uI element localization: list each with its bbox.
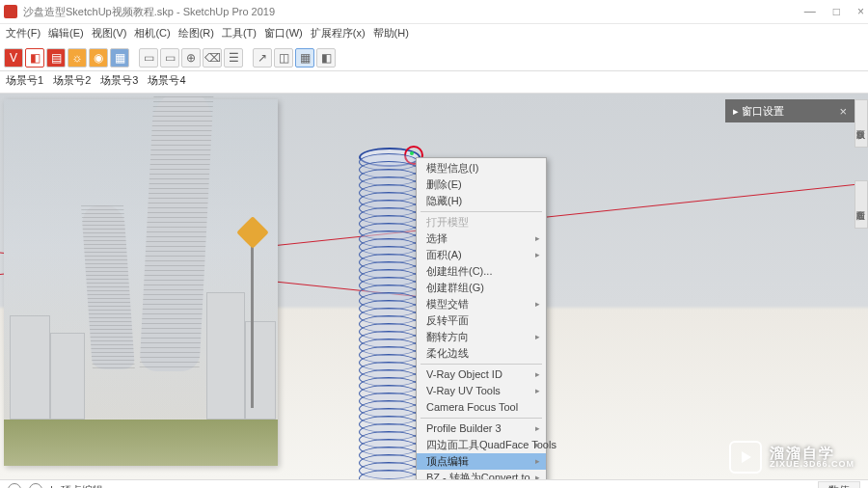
context-menu-item[interactable]: 翻转方向 bbox=[417, 329, 546, 345]
scene-tabs: 场景号1 场景号2 场景号3 场景号4 bbox=[0, 71, 868, 94]
menu-extensions[interactable]: 扩展程序(x) bbox=[311, 26, 366, 43]
scene-tab-4[interactable]: 场景号4 bbox=[148, 73, 185, 91]
tray-tab-2[interactable]: 随后面板 bbox=[854, 180, 868, 229]
context-menu-item[interactable]: 柔化边线 bbox=[417, 345, 546, 362]
status-help-icon[interactable] bbox=[8, 483, 21, 488]
context-menu-item[interactable]: 模型信息(I) bbox=[417, 160, 546, 176]
menu-window[interactable]: 窗口(W) bbox=[264, 26, 303, 43]
menu-file[interactable]: 文件(F) bbox=[6, 26, 41, 43]
context-menu-item[interactable]: V-Ray Object ID bbox=[417, 366, 546, 383]
watermark: 溜溜自学 ZIXUE.3D66.COM bbox=[729, 441, 854, 474]
context-menu-item[interactable]: 创建组件(C)... bbox=[417, 263, 546, 280]
tool-vray-asset-icon[interactable]: ◧ bbox=[25, 48, 44, 68]
chevron-icon: ▸ bbox=[733, 105, 742, 118]
traffic-sign-icon bbox=[236, 216, 269, 249]
tool-purge-icon[interactable]: ⌫ bbox=[203, 48, 222, 68]
context-menu-item[interactable]: BZ - 转换为Convert to bbox=[417, 470, 546, 479]
context-menu-item[interactable]: 四边面工具QuadFace Tools bbox=[417, 437, 546, 453]
viewport[interactable]: ↖ 模型信息(I)删除(E)隐藏(H)打开模型选择面积(A)创建组件(C)...… bbox=[0, 94, 868, 479]
tool-vray-viewport-icon[interactable]: ▦ bbox=[110, 48, 129, 68]
tool-hidden-icon[interactable]: ▦ bbox=[295, 48, 314, 68]
menu-tools[interactable]: 工具(T) bbox=[222, 26, 257, 43]
status-message: 顶点编辑 bbox=[61, 483, 103, 489]
watermark-url: ZIXUE.3D66.COM bbox=[770, 460, 854, 469]
scene-tab-1[interactable]: 场景号1 bbox=[6, 73, 43, 91]
scene-tab-2[interactable]: 场景号2 bbox=[53, 73, 91, 91]
scene-tab-3[interactable]: 场景号3 bbox=[100, 73, 138, 91]
tool-vray-render-icon[interactable]: ▤ bbox=[46, 48, 66, 68]
menu-draw[interactable]: 绘图(R) bbox=[178, 26, 214, 43]
tool-vray-logo-icon[interactable]: V bbox=[4, 48, 23, 68]
context-menu-item[interactable]: V-Ray UV Tools bbox=[417, 383, 546, 399]
tool-layer-icon[interactable]: ▭ bbox=[139, 48, 158, 68]
panel-window-settings[interactable]: ▸ 窗口设置 × bbox=[725, 99, 854, 122]
context-menu-item[interactable]: 反转平面 bbox=[417, 312, 546, 329]
tool-section-icon[interactable]: ◧ bbox=[316, 48, 336, 68]
context-menu-item[interactable]: 顶点编辑 bbox=[417, 453, 546, 470]
context-menu-item[interactable]: 面积(A) bbox=[417, 247, 546, 263]
play-icon bbox=[729, 441, 762, 474]
menu-edit[interactable]: 编辑(E) bbox=[48, 26, 84, 43]
reference-image[interactable] bbox=[4, 99, 278, 466]
context-menu-item[interactable]: 创建群组(G) bbox=[417, 280, 546, 296]
context-menu-item[interactable]: 隐藏(H) bbox=[417, 193, 546, 209]
minimize-button[interactable]: — bbox=[804, 5, 816, 18]
window-controls: — □ × bbox=[804, 5, 864, 18]
tool-newlayer-icon[interactable]: ▭ bbox=[160, 48, 179, 68]
context-menu-item[interactable]: 选择 bbox=[417, 230, 546, 247]
tool-vray-sun-icon[interactable]: ☼ bbox=[68, 48, 87, 68]
context-menu: 模型信息(I)删除(E)隐藏(H)打开模型选择面积(A)创建组件(C)...创建… bbox=[416, 157, 547, 479]
maximize-button[interactable]: □ bbox=[833, 5, 840, 18]
context-menu-item: 打开模型 bbox=[417, 214, 546, 230]
close-button[interactable]: × bbox=[857, 5, 864, 18]
menu-view[interactable]: 视图(V) bbox=[92, 26, 127, 43]
panel-close-icon[interactable]: × bbox=[839, 104, 847, 119]
toolbar: V ◧ ▤ ☼ ◉ ▦ ▭ ▭ ⊕ ⌫ ☰ ↗ ◫ ▦ ◧ bbox=[0, 45, 868, 71]
tool-vray-light-icon[interactable]: ◉ bbox=[89, 48, 108, 68]
tray-tab-1[interactable]: 默认面板 bbox=[854, 99, 868, 148]
watermark-text: 溜溜自学 bbox=[770, 446, 854, 460]
tool-face-icon[interactable]: ◫ bbox=[274, 48, 293, 68]
measurement-box[interactable]: 数值 bbox=[818, 481, 860, 489]
tool-addlayer-icon[interactable]: ⊕ bbox=[181, 48, 201, 68]
panel-title: 窗口设置 bbox=[742, 104, 784, 119]
title-bar: 沙盘造型SketchUp视频教程.skp - SketchUp Pro 2019… bbox=[0, 0, 868, 24]
context-menu-item[interactable]: Profile Builder 3 bbox=[417, 420, 546, 437]
menu-camera[interactable]: 相机(C) bbox=[134, 26, 170, 43]
app-icon bbox=[4, 5, 17, 18]
menu-bar: 文件(F) 编辑(E) 视图(V) 相机(C) 绘图(R) 工具(T) 窗口(W… bbox=[0, 24, 868, 45]
status-bar: | 顶点编辑 数值 bbox=[0, 479, 868, 488]
cylinder-model[interactable] bbox=[359, 148, 417, 475]
context-menu-item[interactable]: 模型交错 bbox=[417, 296, 546, 312]
tool-manage-icon[interactable]: ☰ bbox=[224, 48, 243, 68]
window-title: 沙盘造型SketchUp视频教程.skp - SketchUp Pro 2019 bbox=[23, 5, 804, 19]
menu-help[interactable]: 帮助(H) bbox=[373, 26, 409, 43]
status-geo-icon[interactable] bbox=[29, 483, 42, 488]
tool-edge-icon[interactable]: ↗ bbox=[253, 48, 272, 68]
context-menu-item[interactable]: 删除(E) bbox=[417, 176, 546, 193]
context-menu-item[interactable]: Camera Focus Tool bbox=[417, 399, 546, 416]
